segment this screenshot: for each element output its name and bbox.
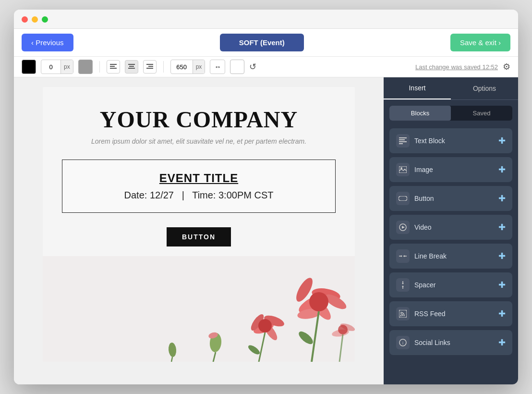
block-item-spacer[interactable]: Spacer ✚ [389,272,512,297]
block-label-social: Social Links [414,339,450,346]
saved-status: Last change was saved 12:52 [415,63,498,71]
add-button-icon[interactable]: ✚ [498,193,506,204]
block-label-rss: RSS Feed [414,310,446,318]
block-tab-saved[interactable]: Saved [451,106,512,121]
block-label-line-break: Line Break [414,252,447,260]
add-video-icon[interactable]: ✚ [498,222,506,233]
svg-rect-7 [148,66,153,67]
width-input-group: px [170,60,206,74]
square-button[interactable] [230,60,244,74]
spacer-icon [396,278,410,292]
svg-rect-6 [146,64,153,65]
canvas-area: YOUR COMPANY Lorem ipsum dolor sit amet,… [14,77,384,384]
svg-rect-41 [399,196,407,201]
svg-rect-38 [399,143,403,144]
add-spacer-icon[interactable]: ✚ [498,280,506,290]
block-item-text-block[interactable]: Text Block ✚ [389,128,512,153]
main-area: YOUR COMPANY Lorem ipsum dolor sit amet,… [14,77,518,384]
button-icon [396,192,410,205]
secondary-color-picker[interactable] [78,60,93,74]
reset-button[interactable]: ↺ [249,62,256,72]
block-item-left: RSS Feed [396,307,446,320]
blocks-list: Text Block ✚ Image ✚ [384,126,518,384]
block-item-button[interactable]: Button ✚ [389,186,512,211]
event-box[interactable]: EVENT TITLE Date: 12/27 | Time: 3:00PM C… [62,160,336,213]
social-links-icon: i [396,336,410,349]
width-input[interactable] [171,63,193,71]
svg-marker-49 [402,283,404,284]
canvas-button-area: BUTTON [43,218,355,256]
block-item-left: Image [396,163,433,176]
block-item-left: Line Break [396,249,447,263]
block-label-video: Video [414,223,432,231]
align-left-button[interactable] [107,60,120,74]
traffic-light-yellow[interactable] [32,16,38,23]
svg-rect-8 [146,68,153,69]
event-title: EVENT TITLE [72,172,326,185]
block-item-left: i Social Links [396,336,450,349]
tab-options[interactable]: Options [451,77,518,99]
email-canvas: YOUR COMPANY Lorem ipsum dolor sit amet,… [43,87,355,362]
traffic-light-red[interactable] [22,16,28,23]
settings-button[interactable]: ⚙ [503,62,510,72]
text-block-icon [396,134,410,148]
block-item-left: Spacer [396,278,435,292]
svg-rect-2 [110,68,117,69]
block-label-image: Image [414,166,433,173]
padding-input-group: px [41,60,73,74]
main-toolbar: ‹ Previous SOFT (Event) Save & exit › [14,29,518,57]
block-item-image[interactable]: Image ✚ [389,157,512,182]
add-line-break-icon[interactable]: ✚ [498,251,506,261]
event-details: Date: 12/27 | Time: 3:00PM CST [72,190,326,201]
align-center-button[interactable] [125,60,138,74]
add-text-block-icon[interactable]: ✚ [498,135,506,146]
title-button[interactable]: SOFT (Event) [220,34,304,51]
image-icon [396,163,410,176]
align-right-button[interactable] [143,60,157,74]
width-px-label: px [193,60,205,74]
svg-point-53 [400,315,402,317]
block-label-text: Text Block [414,137,445,145]
event-time: Time: 3:00PM CST [192,190,273,200]
rss-feed-icon [396,307,410,320]
save-exit-button[interactable]: Save & exit › [450,34,510,51]
svg-rect-1 [110,66,115,67]
block-item-video[interactable]: Video ✚ [389,215,512,240]
block-item-left: Video [396,221,432,234]
format-toolbar: px px ↔ ↺ Last change was saved 12:52 ⚙ [14,57,518,77]
company-title: YOUR COMPANY [52,106,345,133]
line-break-icon [396,249,410,263]
block-label-button: Button [414,195,434,202]
add-rss-icon[interactable]: ✚ [498,308,506,319]
block-item-line-break[interactable]: Line Break ✚ [389,244,512,269]
block-item-left: Text Block [396,134,445,148]
traffic-lights [22,16,510,23]
canvas-subtitle: Lorem ipsum dolor sit amet, elit suavita… [52,137,345,145]
svg-marker-43 [402,226,405,229]
canvas-header: YOUR COMPANY Lorem ipsum dolor sit amet,… [43,87,355,155]
svg-marker-51 [402,285,404,287]
add-social-icon[interactable]: ✚ [498,337,506,348]
color-picker[interactable] [22,60,36,74]
block-item-left: Button [396,192,434,205]
svg-rect-4 [129,66,134,67]
flower-svg [43,256,355,362]
block-tab-blocks[interactable]: Blocks [389,106,451,121]
padding-input[interactable] [41,63,60,71]
add-image-icon[interactable]: ✚ [498,164,506,175]
email-cta-button[interactable]: BUTTON [167,227,231,246]
svg-marker-45 [401,255,402,257]
svg-rect-52 [399,310,407,318]
panel-tabs: Insert Options [384,77,518,100]
browser-window: ‹ Previous SOFT (Event) Save & exit › px… [14,10,518,384]
tab-insert[interactable]: Insert [384,77,451,99]
event-date: Date: 12/27 [124,190,174,200]
block-item-rss-feed[interactable]: RSS Feed ✚ [389,301,512,326]
previous-button[interactable]: ‹ Previous [22,34,73,51]
traffic-light-green[interactable] [42,16,48,23]
svg-rect-36 [399,139,405,140]
expand-button[interactable]: ↔ [210,60,225,74]
block-item-social-links[interactable]: i Social Links ✚ [389,330,512,355]
flower-image-area [43,256,355,362]
divider [99,61,100,73]
